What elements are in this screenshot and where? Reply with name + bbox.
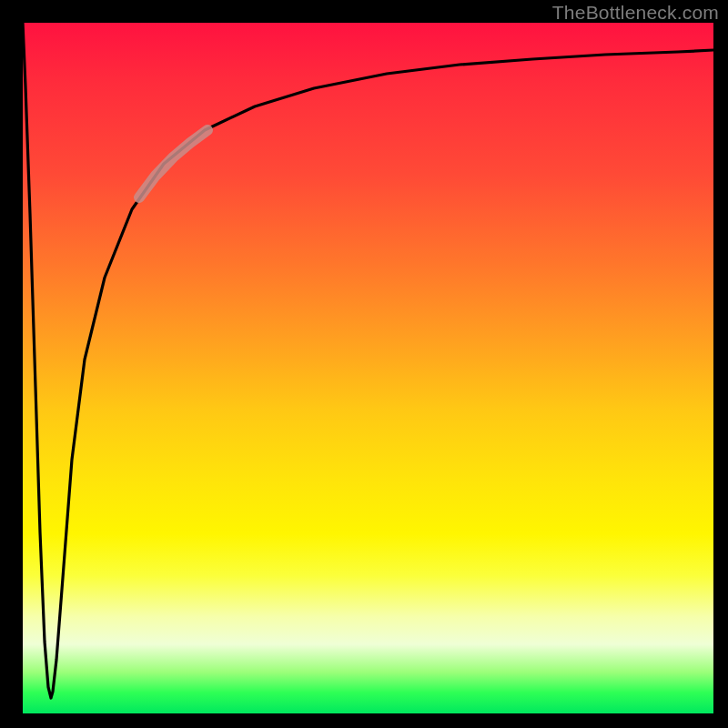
chart-stage: TheBottleneck.com — [0, 0, 728, 728]
watermark-text: TheBottleneck.com — [552, 2, 719, 24]
gradient-plot-area — [23, 23, 713, 713]
